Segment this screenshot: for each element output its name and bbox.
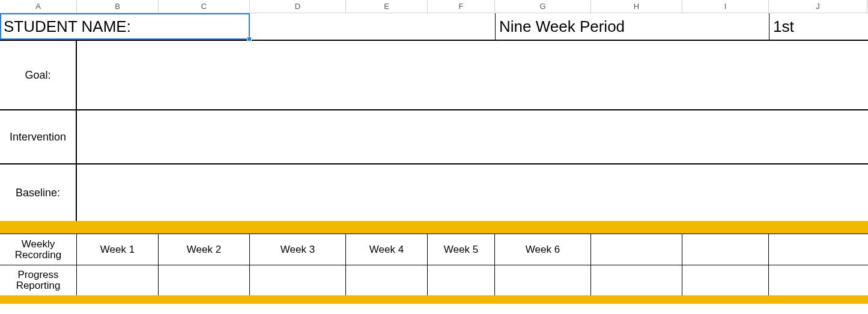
goal-value-cell[interactable] [77,41,868,109]
progress-cell[interactable] [250,265,346,295]
weekly-recording-row: Weekly Recording Week 1 Week 2 Week 3 We… [0,234,868,265]
progress-cell[interactable] [428,265,495,295]
col-header[interactable]: F [428,0,495,13]
separator-bar [0,221,868,234]
weekly-recording-label-cell[interactable]: Weekly Recording [0,234,77,265]
spreadsheet: A B C D E F G H I J STUDENT NAME: Nine W… [0,0,868,304]
student-name-label: STUDENT NAME: [4,17,131,36]
week-cell[interactable]: Week 1 [77,234,159,265]
progress-cell[interactable] [159,265,250,295]
column-headers-row: A B C D E F G H I J [0,0,868,13]
progress-cell[interactable] [769,265,867,295]
period-value-cell[interactable]: 1st [769,13,867,40]
empty-cells[interactable] [250,13,495,40]
week-cell[interactable] [682,234,769,265]
progress-cell[interactable] [346,265,428,295]
intervention-row: Intervention [0,110,868,165]
baseline-value-cell[interactable] [77,165,868,221]
col-header[interactable]: A [0,0,77,13]
header-row: STUDENT NAME: Nine Week Period 1st [0,13,868,41]
baseline-label-cell[interactable]: Baseline: [0,165,77,221]
week-cell[interactable]: Week 4 [346,234,428,265]
week-cell[interactable]: Week 3 [250,234,346,265]
week-cell[interactable]: Week 2 [159,234,250,265]
col-header[interactable]: I [682,0,769,13]
nine-week-label-cell[interactable]: Nine Week Period [495,13,682,40]
goal-row: Goal: [0,41,868,110]
col-header[interactable]: C [159,0,250,13]
week-cell[interactable] [591,234,682,265]
separator-bar [0,295,868,304]
empty-cell[interactable] [682,13,769,40]
col-header[interactable]: G [495,0,591,13]
col-header[interactable]: H [591,0,682,13]
progress-cell[interactable] [495,265,591,295]
week-cell[interactable]: Week 5 [428,234,495,265]
col-header[interactable]: D [250,0,346,13]
col-header[interactable]: E [346,0,428,13]
progress-reporting-row: Progress Reporting [0,265,868,295]
baseline-row: Baseline: [0,165,868,221]
progress-reporting-label-cell[interactable]: Progress Reporting [0,265,77,295]
progress-cell[interactable] [77,265,159,295]
progress-cell[interactable] [591,265,682,295]
goal-label-cell[interactable]: Goal: [0,41,77,109]
fill-handle-icon[interactable] [247,37,252,41]
selected-cell[interactable]: STUDENT NAME: [0,13,250,40]
col-header[interactable]: B [77,0,159,13]
col-header[interactable]: J [769,0,867,13]
intervention-label-cell[interactable]: Intervention [0,110,77,163]
week-cell[interactable] [769,234,867,265]
intervention-value-cell[interactable] [77,110,868,163]
week-cell[interactable]: Week 6 [495,234,591,265]
progress-cell[interactable] [682,265,769,295]
